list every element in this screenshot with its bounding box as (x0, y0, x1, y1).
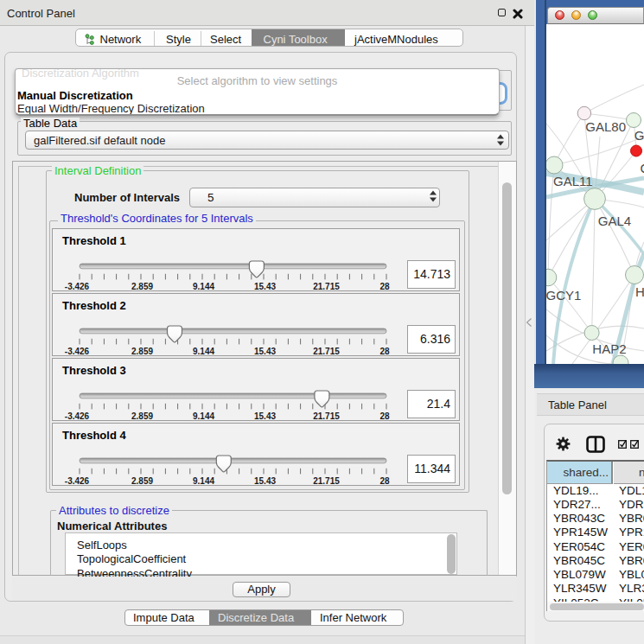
svg-text:21.715: 21.715 (313, 411, 340, 421)
svg-text:-3.426: -3.426 (65, 282, 90, 291)
svg-text:GAL80: GAL80 (585, 119, 626, 134)
svg-text:21.715: 21.715 (313, 282, 340, 291)
svg-text:-3.426: -3.426 (65, 476, 90, 486)
svg-text:2.859: 2.859 (131, 347, 153, 356)
svg-text:-3.426: -3.426 (65, 347, 90, 356)
svg-text:21.715: 21.715 (313, 476, 340, 486)
svg-text:9.144: 9.144 (193, 347, 214, 356)
svg-text:28: 28 (379, 476, 390, 486)
svg-text:HAP2: HAP2 (592, 341, 626, 356)
svg-text:2.859: 2.859 (131, 476, 153, 486)
svg-text:15.43: 15.43 (254, 347, 276, 356)
svg-text:9.144: 9.144 (193, 411, 214, 421)
svg-text:9.144: 9.144 (193, 476, 214, 486)
svg-text:GAL4: GAL4 (598, 214, 631, 228)
svg-text:28: 28 (379, 282, 390, 291)
svg-text:9.144: 9.144 (193, 282, 214, 291)
svg-text:-3.426: -3.426 (65, 411, 90, 421)
svg-text:28: 28 (379, 411, 390, 421)
svg-text:GCY1: GCY1 (546, 288, 581, 303)
svg-text:2.859: 2.859 (131, 411, 153, 421)
svg-text:15.43: 15.43 (254, 411, 276, 421)
svg-text:C: C (641, 161, 644, 175)
svg-text:GAL11: GAL11 (553, 174, 593, 188)
svg-text:15.43: 15.43 (254, 282, 276, 291)
svg-text:GA: GA (634, 128, 644, 143)
svg-text:28: 28 (379, 347, 390, 356)
svg-text:HS: HS (635, 284, 644, 299)
svg-text:15.43: 15.43 (254, 476, 276, 486)
svg-text:21.715: 21.715 (313, 347, 340, 356)
svg-text:2.859: 2.859 (131, 282, 153, 291)
